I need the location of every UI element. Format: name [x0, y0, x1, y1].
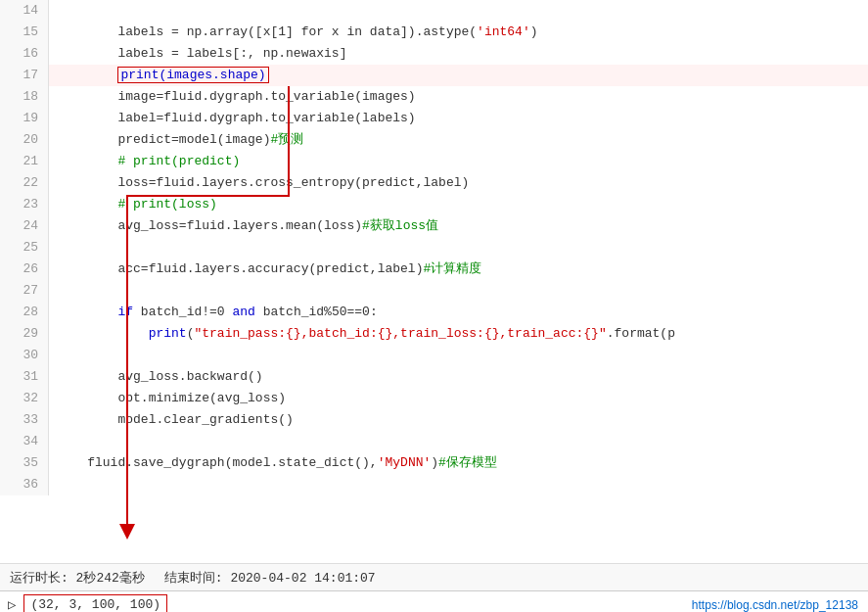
line-content-20: predict=model(image)#预测 [49, 129, 868, 151]
line-num-32: 32 [0, 388, 49, 409]
line-content-24: avg_loss=fluid.layers.mean(loss)#获取loss值 [49, 215, 868, 237]
code-line-31: 31 avg_loss.backward() [0, 366, 868, 388]
output-icon: ▷ [0, 596, 23, 612]
line-content-18: image=fluid.dygraph.to_variable(images) [49, 86, 868, 108]
line-num-34: 34 [0, 431, 49, 452]
line-content-14 [49, 0, 868, 22]
line-content-23: # print(loss) [49, 194, 868, 215]
line-num-20: 20 [0, 129, 49, 151]
code-line-16: 16 labels = labels[:, np.newaxis] [0, 43, 868, 65]
code-line-26: 26 acc=fluid.layers.accuracy(predict,lab… [0, 259, 868, 280]
code-line-14: 14 [0, 0, 868, 22]
line-num-19: 19 [0, 108, 49, 129]
line-num-31: 31 [0, 366, 49, 388]
code-line-21: 21 # print(predict) [0, 151, 868, 172]
code-line-15: 15 labels = np.array([x[1] for x in data… [0, 22, 868, 43]
line-content-36 [49, 474, 868, 495]
line-num-15: 15 [0, 22, 49, 43]
line-num-16: 16 [0, 43, 49, 65]
code-line-34: 34 [0, 431, 868, 452]
runtime-label: 运行时长: 2秒242毫秒 [10, 569, 145, 587]
code-line-24: 24 avg_loss=fluid.layers.mean(loss)#获取lo… [0, 215, 868, 237]
line-num-25: 25 [0, 237, 49, 259]
status-bar: 运行时长: 2秒242毫秒 结束时间: 2020-04-02 14:01:07 [0, 563, 868, 590]
line-num-26: 26 [0, 259, 49, 280]
line-content-32: opt.minimize(avg_loss) [49, 388, 868, 409]
line-content-30 [49, 345, 868, 366]
line-num-18: 18 [0, 86, 49, 108]
code-line-32: 32 opt.minimize(avg_loss) [0, 388, 868, 409]
line-content-31: avg_loss.backward() [49, 366, 868, 388]
code-line-29: 29 print("train_pass:{},batch_id:{},trai… [0, 323, 868, 345]
output-value: (32, 3, 100, 100) [23, 594, 167, 612]
line-num-35: 35 [0, 452, 49, 474]
code-line-20: 20 predict=model(image)#预测 [0, 129, 868, 151]
csdn-link[interactable]: https://blog.csdn.net/zbp_12138 [692, 598, 868, 612]
line-content-25 [49, 237, 868, 259]
line-num-29: 29 [0, 323, 49, 345]
line-num-33: 33 [0, 409, 49, 431]
code-line-23: 23 # print(loss) [0, 194, 868, 215]
code-line-25: 25 [0, 237, 868, 259]
output-bar: ▷ (32, 3, 100, 100) https://blog.csdn.ne… [0, 590, 868, 612]
code-line-19: 19 label=fluid.dygraph.to_variable(label… [0, 108, 868, 129]
code-line-22: 22 loss=fluid.layers.cross_entropy(predi… [0, 172, 868, 194]
line-num-21: 21 [0, 151, 49, 172]
code-line-27: 27 [0, 280, 868, 302]
line-content-35: fluid.save_dygraph(model.state_dict(),'M… [49, 452, 868, 474]
line-num-27: 27 [0, 280, 49, 302]
code-line-28: 28 if batch_id!=0 and batch_id%50==0: [0, 302, 868, 323]
line-num-28: 28 [0, 302, 49, 323]
line-content-33: model.clear_gradients() [49, 409, 868, 431]
code-line-33: 33 model.clear_gradients() [0, 409, 868, 431]
code-line-18: 18 image=fluid.dygraph.to_variable(image… [0, 86, 868, 108]
line-content-22: loss=fluid.layers.cross_entropy(predict,… [49, 172, 868, 194]
end-time-label: 结束时间: 2020-04-02 14:01:07 [164, 569, 376, 587]
code-line-17: 17 print(images.shape) [0, 65, 868, 86]
line-content-15: labels = np.array([x[1] for x in data]).… [49, 22, 868, 43]
line-num-14: 14 [0, 0, 49, 22]
code-line-30: 30 [0, 345, 868, 366]
code-line-35: 35 fluid.save_dygraph(model.state_dict()… [0, 452, 868, 474]
line-content-21: # print(predict) [49, 151, 868, 172]
line-content-26: acc=fluid.layers.accuracy(predict,label)… [49, 259, 868, 280]
line-num-36: 36 [0, 474, 49, 495]
line-content-19: label=fluid.dygraph.to_variable(labels) [49, 108, 868, 129]
line-content-16: labels = labels[:, np.newaxis] [49, 43, 868, 65]
code-container: 14 15 labels = np.array([x[1] for x in d… [0, 0, 868, 563]
line-num-30: 30 [0, 345, 49, 366]
code-line-36: 36 [0, 474, 868, 495]
line-content-27 [49, 280, 868, 302]
line-num-23: 23 [0, 194, 49, 215]
line-content-34 [49, 431, 868, 452]
line-num-22: 22 [0, 172, 49, 194]
line-content-29: print("train_pass:{},batch_id:{},train_l… [49, 323, 868, 345]
line-content-17: print(images.shape) [49, 65, 868, 86]
line-content-28: if batch_id!=0 and batch_id%50==0: [49, 302, 868, 323]
line-num-24: 24 [0, 215, 49, 237]
line-num-17: 17 [0, 65, 49, 86]
